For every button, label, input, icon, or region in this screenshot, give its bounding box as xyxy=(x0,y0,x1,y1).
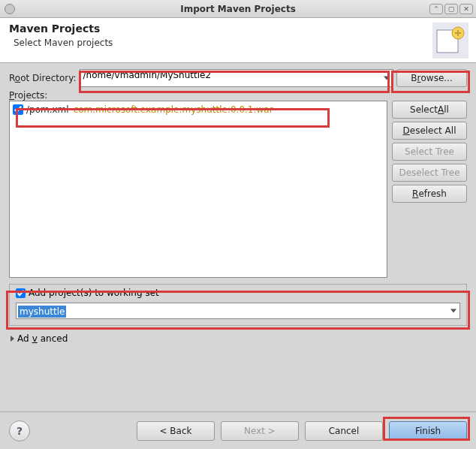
back-button[interactable]: < Back xyxy=(137,421,215,441)
browse-button[interactable]: Browse... xyxy=(396,69,467,87)
working-set-value: myshuttle xyxy=(18,306,66,318)
chevron-down-icon xyxy=(450,309,456,313)
project-file: /pom.xml xyxy=(26,104,69,115)
root-directory-input[interactable]: /home/vmadmin/MyShuttle2 xyxy=(80,69,394,87)
import-wizard-icon xyxy=(432,23,468,59)
working-set-checkbox[interactable] xyxy=(16,288,26,298)
finish-button[interactable]: Finish xyxy=(389,421,467,441)
working-set-label: Add project(s) to working set xyxy=(29,288,159,298)
project-coordinates: com.microsoft.example:myshuttle:0.0.1:wa… xyxy=(74,104,273,115)
root-directory-label: Root Directory: xyxy=(9,73,77,83)
help-button[interactable]: ? xyxy=(9,420,30,441)
close-button[interactable]: ✕ xyxy=(459,4,473,14)
page-title: Maven Projects xyxy=(9,23,467,35)
page-subtitle: Select Maven projects xyxy=(14,38,467,48)
deselect-tree-button: Deselect Tree xyxy=(392,164,467,182)
cancel-button[interactable]: Cancel xyxy=(305,421,383,441)
project-item[interactable]: /pom.xml com.microsoft.example:myshuttle… xyxy=(13,104,384,115)
projects-label: Projects: xyxy=(9,90,467,101)
window-title: Import Maven Projects xyxy=(0,4,476,14)
next-button: Next > xyxy=(221,421,299,441)
refresh-button[interactable]: Refresh xyxy=(392,185,467,203)
maximize-button[interactable]: ▢ xyxy=(444,4,458,14)
project-checkbox[interactable] xyxy=(13,104,23,115)
projects-list[interactable]: /pom.xml com.microsoft.example:myshuttle… xyxy=(9,101,387,278)
chevron-down-icon xyxy=(384,77,390,80)
advanced-toggle[interactable]: Advanced xyxy=(9,333,467,344)
select-all-button[interactable]: Select All xyxy=(392,101,467,119)
working-set-input[interactable]: myshuttle xyxy=(16,303,460,319)
root-directory-value: /home/vmadmin/MyShuttle2 xyxy=(83,70,212,80)
select-tree-button: Select Tree xyxy=(392,143,467,161)
deselect-all-button[interactable]: Deselect All xyxy=(392,122,467,140)
banner: Maven Projects Select Maven projects xyxy=(0,18,476,63)
titlebar: Import Maven Projects ⌃ ▢ ✕ xyxy=(0,0,476,18)
triangle-right-icon xyxy=(11,336,14,342)
minimize-button[interactable]: ⌃ xyxy=(429,4,443,14)
footer: ? < Back Next > Cancel Finish xyxy=(0,411,476,449)
working-set-section: Add project(s) to working set myshuttle xyxy=(9,284,467,326)
